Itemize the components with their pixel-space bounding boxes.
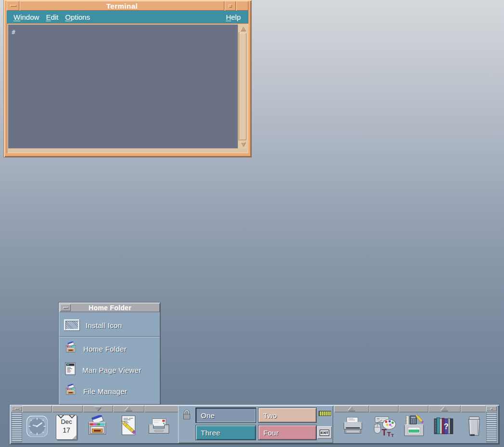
maximize-icon <box>229 4 232 8</box>
minimize-dash-icon <box>15 408 19 409</box>
menu-help[interactable]: Help <box>226 13 241 21</box>
exit-button[interactable]: EXIT <box>317 426 332 439</box>
terminal-menubar: Window Edit Options Help <box>7 11 248 23</box>
subpanel-item-man-page-viewer[interactable]: Man Page Viewer <box>64 359 160 381</box>
shell-prompt: # <box>12 28 15 36</box>
subpanel-item-home-folder[interactable]: Home Folder <box>64 338 160 359</box>
svg-text:T: T <box>387 431 391 438</box>
right-subpanel-strip <box>334 406 485 412</box>
strip-section-trash <box>461 406 485 412</box>
scroll-up-icon <box>241 26 246 31</box>
svg-text:?: ? <box>444 422 449 431</box>
panel-minimize-button-left[interactable] <box>12 406 22 411</box>
install-box-icon <box>64 319 80 331</box>
strip-section-style-manager <box>369 406 399 412</box>
subpanel-toggle-file-manager[interactable] <box>83 406 113 412</box>
scroll-down-button[interactable] <box>239 141 247 148</box>
menu-options[interactable]: Options <box>65 13 90 21</box>
busy-light-indicator <box>319 411 331 416</box>
arrow-up-icon <box>441 407 448 411</box>
workspace-button-three[interactable]: Three <box>195 425 256 440</box>
window-menu-dash-icon <box>10 5 16 7</box>
style-manager-icon: T T T <box>371 414 397 440</box>
clock-icon <box>25 414 49 440</box>
trash-can-icon <box>464 414 484 440</box>
applications-control[interactable] <box>401 412 427 442</box>
arrow-up-icon <box>348 407 355 411</box>
terminal-client-area: # <box>7 23 248 153</box>
terminal-screen[interactable]: # <box>8 25 238 148</box>
window-menu-button[interactable] <box>7 1 19 11</box>
file-drawer-icon <box>85 415 109 439</box>
arrow-down-icon <box>94 407 101 411</box>
lock-icon[interactable] <box>182 408 192 423</box>
applications-drawer-icon <box>401 415 426 440</box>
arrow-up-icon <box>125 407 132 411</box>
left-subpanel-strip <box>22 406 178 412</box>
calendar-hook-icon <box>58 412 64 419</box>
subpanel-toggle-text-editor[interactable] <box>113 406 144 412</box>
terminal-titlebar[interactable]: Terminal <box>7 1 248 11</box>
workspace-button-one[interactable]: One <box>195 408 256 423</box>
subpanel-toggle-help[interactable] <box>428 406 461 412</box>
desktop-background: Terminal Window Edit Options Help # <box>0 0 504 447</box>
man-page-icon <box>64 362 77 378</box>
strip-section-applications <box>399 406 428 412</box>
calendar-hook-icon <box>69 412 75 419</box>
workspace-button-two[interactable]: Two <box>258 408 317 423</box>
file-drawer-icon <box>64 384 78 398</box>
trash-control[interactable] <box>461 412 488 442</box>
style-manager-control[interactable]: T T T <box>370 412 397 442</box>
svg-text:T: T <box>391 433 394 438</box>
strip-section-calendar <box>52 406 83 412</box>
mail-tray-icon <box>146 416 171 438</box>
scroll-up-button[interactable] <box>239 25 247 32</box>
calendar-month: Dec <box>56 418 77 425</box>
file-drawer-icon <box>64 342 78 356</box>
subpanel-separator <box>59 336 160 337</box>
file-manager-control[interactable] <box>84 412 111 442</box>
resize-corner[interactable] <box>236 1 248 11</box>
maximize-button[interactable] <box>225 1 236 11</box>
panel-drag-handle-left[interactable] <box>12 411 22 442</box>
scrollbar-thumb[interactable] <box>239 33 246 140</box>
subpanel-body: Install Icon Home Folder <box>59 312 160 404</box>
printer-control[interactable] <box>339 412 366 442</box>
clock-control[interactable] <box>24 412 51 442</box>
terminal-scrollbar[interactable] <box>239 25 247 148</box>
subpanel-titlebar[interactable]: Home Folder <box>59 303 160 312</box>
workspace-switcher: One Two Three Four EXIT <box>178 406 333 443</box>
scroll-down-icon <box>241 143 246 147</box>
menu-window[interactable]: Window <box>13 13 39 21</box>
strip-section-mail <box>144 406 178 412</box>
window-title: Terminal <box>20 1 224 11</box>
mail-control[interactable] <box>145 412 172 442</box>
help-control[interactable]: ? <box>430 412 457 442</box>
text-note-pencil-icon <box>117 414 140 440</box>
printer-icon <box>340 416 365 439</box>
text-editor-control[interactable] <box>115 412 142 442</box>
calendar-icon: Dec 17 <box>56 415 77 440</box>
calendar-fold-corner <box>72 435 77 439</box>
svg-text:T: T <box>382 428 387 437</box>
front-panel: Dec 17 <box>10 405 499 444</box>
exit-label: EXIT <box>320 430 329 436</box>
calendar-control[interactable]: Dec 17 <box>53 412 80 442</box>
minimize-dot-icon <box>491 408 492 410</box>
subpanel-item-install-icon[interactable]: Install Icon <box>64 315 160 335</box>
subpanel-title: Home Folder <box>71 304 149 312</box>
calendar-day: 17 <box>56 426 77 434</box>
subpanel-menu-button[interactable] <box>60 304 71 311</box>
strip-section-clock <box>22 406 52 412</box>
home-folder-subpanel: Home Folder Install Icon <box>59 302 160 405</box>
terminal-window: Terminal Window Edit Options Help # <box>4 0 251 157</box>
subpanel-toggle-printer[interactable] <box>334 406 369 412</box>
menu-edit[interactable]: Edit <box>46 13 58 21</box>
panel-drag-handle-right[interactable] <box>486 411 497 442</box>
panel-minimize-button-right[interactable] <box>486 406 497 411</box>
subpanel-dash-icon <box>63 307 68 309</box>
workspace-button-four[interactable]: Four <box>258 425 317 440</box>
help-books-icon: ? <box>432 416 456 439</box>
subpanel-item-file-manager[interactable]: File Manager <box>64 381 160 402</box>
